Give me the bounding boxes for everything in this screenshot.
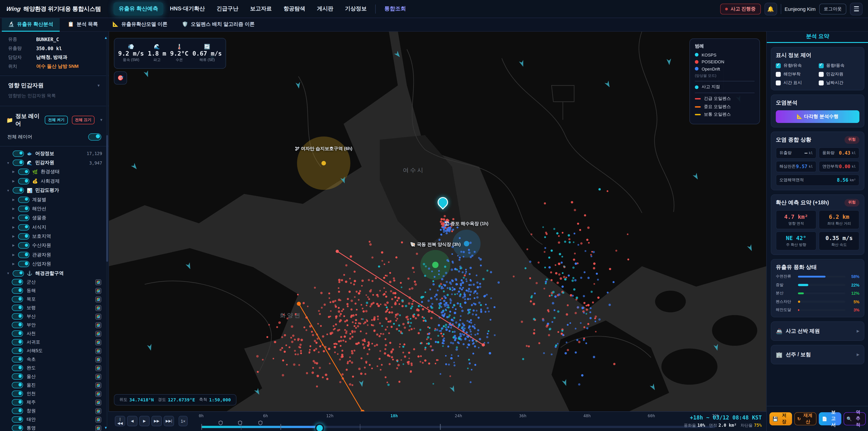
tab-diffusion-analysis[interactable]: 🔬 유출유 확산분석 bbox=[2, 18, 60, 31]
skip-end-button[interactable]: ▶▶| bbox=[164, 416, 174, 426]
layer-toggle[interactable] bbox=[13, 160, 24, 166]
station-toggle[interactable] bbox=[12, 331, 23, 337]
station-style-button[interactable] bbox=[95, 374, 101, 380]
skip-start-button[interactable]: |◀◀ bbox=[115, 416, 125, 426]
locate-incident-button[interactable]: 🎯 bbox=[114, 71, 127, 84]
station-style-button[interactable] bbox=[95, 365, 101, 371]
station-toggle[interactable] bbox=[12, 313, 23, 320]
fence-deploy-marker-icon[interactable] bbox=[258, 419, 262, 427]
station-toggle[interactable] bbox=[12, 296, 23, 303]
nav-hns[interactable]: HNS·대기확산 bbox=[165, 2, 210, 16]
sidebar-scroll-up-icon[interactable]: ▲ bbox=[104, 35, 107, 39]
layer-toggle[interactable] bbox=[18, 215, 29, 221]
layer-toggle[interactable] bbox=[18, 178, 29, 184]
tab-model-theory[interactable]: 📐 유출유확산모델 이론 bbox=[106, 18, 174, 31]
tab-oilfence-theory[interactable]: 🛡️ 오일펜스 배치 알고리즘 이론 bbox=[176, 18, 261, 31]
station-toggle[interactable] bbox=[12, 365, 23, 371]
station-toggle[interactable] bbox=[12, 417, 23, 423]
polygon-analysis-button[interactable]: 📐 다각형 분석수행 bbox=[776, 110, 860, 123]
station-style-button[interactable] bbox=[95, 339, 101, 345]
station-style-button[interactable] bbox=[95, 279, 101, 285]
nav-oil-spill-forecast[interactable]: 유출유 확산예측 bbox=[114, 2, 163, 16]
station-toggle[interactable] bbox=[12, 339, 23, 345]
station-style-button[interactable] bbox=[95, 348, 101, 354]
layer-toggle[interactable] bbox=[18, 196, 29, 203]
station-style-button[interactable] bbox=[95, 322, 101, 328]
checkbox-datetime[interactable]: 날짜시간 bbox=[818, 80, 860, 86]
station-style-button[interactable] bbox=[95, 357, 101, 363]
station-toggle[interactable] bbox=[12, 348, 23, 354]
station-toggle[interactable] bbox=[12, 305, 23, 311]
station-toggle[interactable] bbox=[12, 425, 23, 431]
station-toggle[interactable] bbox=[12, 357, 23, 363]
layer-toggle[interactable] bbox=[13, 150, 24, 157]
station-style-button[interactable] bbox=[95, 288, 101, 294]
map-canvas[interactable]: 💨 9.2 m/s 풍속 (SW) 🌊 1.8 m 파고 🌡️ 9.2°C 수온… bbox=[108, 31, 766, 411]
station-toggle[interactable] bbox=[12, 288, 23, 294]
nav-weather[interactable]: 기상정보 bbox=[340, 2, 372, 16]
station-toggle[interactable] bbox=[12, 279, 23, 285]
layer-toggle[interactable] bbox=[18, 224, 29, 230]
checkbox-current[interactable]: 유향/유속 bbox=[776, 63, 817, 68]
speed-button[interactable]: 1× bbox=[179, 416, 188, 426]
affected-resources-header[interactable]: 영향 민감자원 ▼ bbox=[0, 79, 108, 92]
station-toggle[interactable] bbox=[12, 382, 23, 389]
checkbox-sensitive[interactable]: 민감자원 bbox=[818, 71, 860, 77]
layer-toggle[interactable] bbox=[18, 261, 29, 267]
station-style-button[interactable] bbox=[95, 382, 101, 388]
notifications-button[interactable]: 🔔 bbox=[764, 2, 777, 15]
menu-button[interactable] bbox=[850, 2, 863, 15]
layer-toggle[interactable] bbox=[13, 270, 24, 276]
nav-reports[interactable]: 보고자료 bbox=[245, 2, 277, 16]
station-toggle[interactable] bbox=[12, 391, 23, 397]
timeline-rail[interactable] bbox=[201, 426, 716, 428]
fence-deploy-marker-icon[interactable] bbox=[219, 419, 223, 427]
station-style-button[interactable] bbox=[95, 305, 101, 311]
master-layer-toggle[interactable] bbox=[88, 133, 101, 140]
report-button[interactable]: 📄보고서 bbox=[819, 412, 841, 425]
nav-board[interactable]: 게시판 bbox=[312, 2, 338, 16]
layer-toggle[interactable] bbox=[18, 252, 29, 258]
timeline-handle[interactable] bbox=[315, 424, 324, 431]
sidebar-scrollbar[interactable] bbox=[106, 35, 108, 427]
sidebar-scroll-down-icon[interactable]: ▼ bbox=[104, 426, 107, 430]
layer-toggle[interactable] bbox=[13, 187, 24, 193]
checkbox-shoreline[interactable]: 해안부착 bbox=[776, 71, 817, 77]
station-style-button[interactable] bbox=[95, 331, 101, 337]
recalculate-button[interactable]: ↻재계산 bbox=[794, 412, 816, 425]
nav-aerial-search[interactable]: 항공탐색 bbox=[278, 2, 310, 16]
layer-toggle[interactable] bbox=[18, 233, 29, 240]
station-toggle[interactable] bbox=[12, 399, 23, 406]
step-back-button[interactable]: ◀ bbox=[127, 416, 137, 426]
station-toggle[interactable] bbox=[12, 408, 23, 414]
checkbox-wind[interactable]: 풍향/풍속 bbox=[818, 63, 860, 68]
station-toggle[interactable] bbox=[12, 322, 23, 329]
all-layers-on-button[interactable]: 전체 켜기 bbox=[45, 116, 68, 124]
station-style-button[interactable] bbox=[95, 408, 101, 414]
station-style-button[interactable] bbox=[95, 417, 101, 423]
layer-toggle[interactable] bbox=[18, 206, 29, 212]
layer-toggle[interactable] bbox=[18, 169, 29, 175]
fence-deploy-marker-icon[interactable] bbox=[238, 419, 242, 427]
backtrack-button[interactable]: 🔍역추적 bbox=[843, 412, 866, 425]
fast-forward-button[interactable]: ▶▶ bbox=[151, 416, 162, 426]
station-style-button[interactable] bbox=[95, 400, 101, 405]
station-toggle[interactable] bbox=[12, 374, 23, 380]
logout-button[interactable]: 로그아웃 bbox=[819, 3, 846, 14]
scrollbar-thumb[interactable] bbox=[106, 135, 108, 261]
ship-specs-card[interactable]: 🚢 사고 선박 제원 ▶ bbox=[771, 321, 864, 341]
play-button[interactable]: ▶ bbox=[139, 416, 150, 426]
layer-toggle[interactable] bbox=[18, 243, 29, 249]
station-style-button[interactable] bbox=[95, 297, 101, 302]
all-layers-off-button[interactable]: 전체 끄기 bbox=[72, 116, 94, 124]
station-style-button[interactable] bbox=[95, 391, 101, 397]
timeline-track[interactable]: 0h6h12h18h24h36h48h60h72h bbox=[201, 412, 716, 431]
save-button[interactable]: 💾저장 bbox=[770, 412, 792, 425]
nav-integrated-search[interactable]: 통합조회 bbox=[379, 2, 411, 16]
station-style-button[interactable] bbox=[95, 314, 101, 319]
owner-insurance-card[interactable]: 🏢 선주 / 보험 ▶ bbox=[771, 345, 864, 364]
tab-analysis-list[interactable]: 📋 분석 목록 bbox=[61, 18, 104, 31]
checkbox-time[interactable]: 시간 표시 bbox=[776, 80, 817, 86]
station-style-button[interactable] bbox=[95, 425, 101, 431]
nav-rescue[interactable]: 긴급구난 bbox=[212, 2, 243, 16]
